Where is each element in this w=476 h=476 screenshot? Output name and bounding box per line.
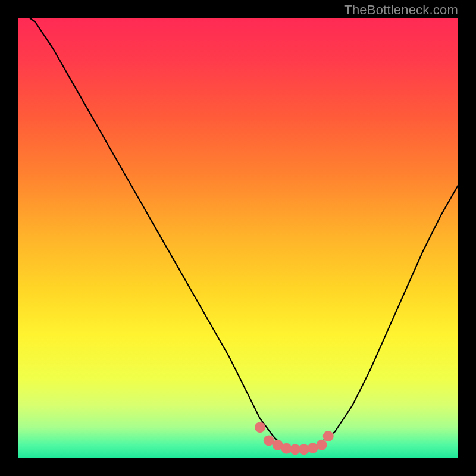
sweet-spot-dot xyxy=(323,431,334,441)
gradient-background xyxy=(18,18,458,458)
sweet-spot-dot xyxy=(255,422,265,433)
bottleneck-chart xyxy=(18,18,458,458)
plot-area xyxy=(18,18,458,458)
chart-frame: TheBottleneck.com xyxy=(0,0,476,476)
sweet-spot-dot xyxy=(317,440,327,450)
watermark-label: TheBottleneck.com xyxy=(344,2,458,18)
